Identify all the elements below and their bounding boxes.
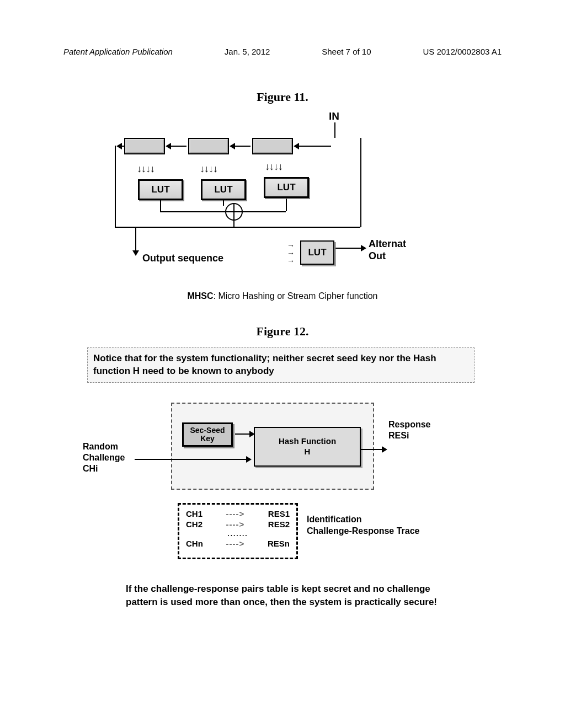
connector-line <box>160 200 161 211</box>
down-arrows-icon: ↓↓↓↓ <box>137 163 154 175</box>
connector-line <box>286 199 287 211</box>
arrow-left-icon <box>121 146 125 147</box>
header-publication: Patent Application Publication <box>63 47 173 56</box>
in-line <box>334 122 335 138</box>
arrow-dashed-icon: ----> <box>226 509 245 518</box>
down-arrows-icon: ↓↓↓↓ <box>265 161 282 173</box>
in-label: IN <box>329 110 339 122</box>
resp-l2: RESi <box>388 431 409 440</box>
register-box <box>124 138 165 154</box>
hash-module-box: Sec-Seed Key Hash FunctionH <box>171 403 374 490</box>
register-box <box>252 138 293 154</box>
table-row: CHn ----> RESn <box>186 539 290 548</box>
arrow-right-icon <box>361 449 383 450</box>
random-challenge-label: Random Challenge CHi <box>83 441 125 474</box>
response-label: Response RESi <box>388 419 430 441</box>
arrow-left-icon <box>298 146 331 147</box>
notice-box: Notice that for the system functionality… <box>87 347 475 383</box>
ident-l2: Challenge-Response Trace <box>307 526 420 536</box>
down-arrows-icon: ↓↓↓↓ <box>200 163 217 175</box>
footer-note: If the challenge-response pairs table is… <box>126 582 457 609</box>
cell-ch: CH2 <box>186 520 202 529</box>
lut-box: LUT <box>138 179 183 200</box>
arrow-right-icon <box>335 248 362 249</box>
cell-res: RES1 <box>268 509 290 518</box>
table-row: CH2 ----> RES2 <box>186 520 290 529</box>
hash-function-box: Hash FunctionH <box>254 427 361 467</box>
ident-l1: Identification <box>307 515 362 524</box>
hash-fn-text: Hash FunctionH <box>279 436 336 457</box>
arrow-left-icon <box>170 146 186 147</box>
lut-output-box: LUT <box>300 240 334 265</box>
arrow-left-icon <box>234 146 250 147</box>
out-text: Out <box>369 250 386 261</box>
table-row: CH1 ----> RES1 <box>186 509 290 518</box>
cell-ch: CHn <box>186 539 203 548</box>
register-box <box>188 138 229 154</box>
mhsc-bold: MHSC <box>187 291 213 301</box>
rc-line3: CHi <box>83 464 98 473</box>
register-row <box>124 138 293 154</box>
feedback-line <box>115 146 116 227</box>
output-arrow-icon <box>135 227 136 251</box>
figure-11-diagram: IN ↓↓↓↓ ↓↓↓↓ ↓↓↓↓ LUT LUT LUT Output seq… <box>94 110 436 276</box>
lut-box: LUT <box>264 177 309 198</box>
connector-line <box>233 220 234 227</box>
cell-res: RES2 <box>268 520 290 529</box>
arrow-dashed-icon: ----> <box>226 520 245 529</box>
input-arrows-icon: →→→ <box>287 242 295 265</box>
connector-line <box>115 227 360 228</box>
lut-row: LUT LUT LUT <box>138 179 309 200</box>
lut-box: LUT <box>201 179 246 200</box>
arrow-right-icon <box>235 433 250 435</box>
header-date: Jan. 5, 2012 <box>225 47 270 56</box>
resp-l1: Response <box>388 420 430 429</box>
arrow-right-icon <box>135 459 247 460</box>
xor-node-icon <box>225 203 243 221</box>
rc-line1: Random <box>83 442 118 451</box>
connector-line <box>160 211 225 212</box>
alternat-text: Alternat <box>369 238 406 249</box>
header-pubno: US 2012/0002803 A1 <box>423 47 502 56</box>
figure-11-title: Figure 11. <box>0 90 565 104</box>
output-sequence-label: Output sequence <box>142 253 223 264</box>
mhsc-caption: MHSC: Micro Hashing or Stream Cipher fun… <box>0 291 565 301</box>
header-sheet: Sheet 7 of 10 <box>322 47 371 56</box>
identification-label: Identification Challenge-Response Trace <box>307 514 420 537</box>
cell-ch: CH1 <box>186 509 202 518</box>
feedback-line <box>360 138 361 227</box>
mhsc-rest: : Micro Hashing or Stream Cipher functio… <box>214 291 378 301</box>
figure-12-diagram: Random Challenge CHi Sec-Seed Key Hash F… <box>83 397 480 596</box>
page-header: Patent Application Publication Jan. 5, 2… <box>0 47 565 56</box>
connector-line <box>223 200 224 206</box>
alternat-out-label: Alternat Out <box>369 238 406 262</box>
challenge-response-table: CH1 ----> RES1 CH2 ----> RES2 ....... CH… <box>178 503 298 559</box>
seed-key-box: Sec-Seed Key <box>182 422 233 447</box>
arrow-dashed-icon: ----> <box>226 539 245 548</box>
figure-12-title: Figure 12. <box>0 324 565 339</box>
rc-line2: Challenge <box>83 453 125 462</box>
connector-line <box>242 211 286 212</box>
ellipsis-row: ....... <box>186 530 290 538</box>
cell-res: RESn <box>268 539 290 548</box>
